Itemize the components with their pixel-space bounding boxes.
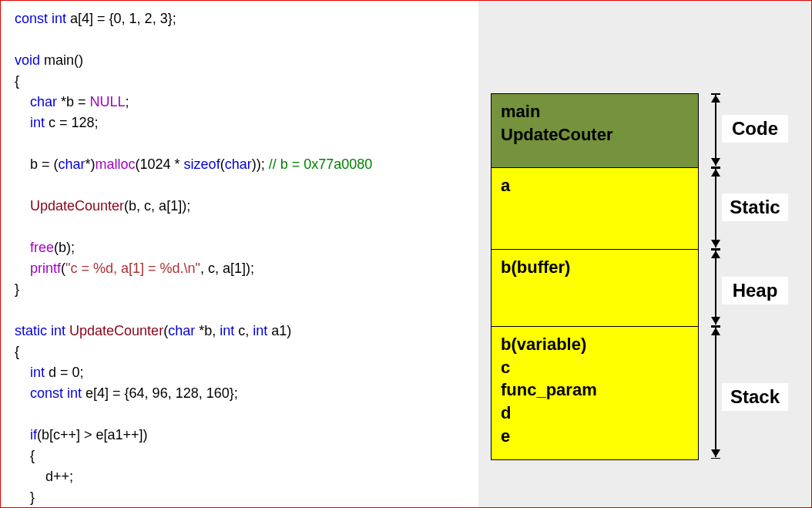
kw-int: int [15, 115, 45, 130]
kw-int: int [51, 323, 65, 338]
code-text: ; [126, 94, 129, 109]
code-text: { [15, 73, 19, 89]
code-listing: const int a[4] = {0, 1, 2, 3}; void main… [1, 1, 478, 507]
code-text: a1) [267, 323, 291, 338]
kw-int: int [15, 365, 45, 380]
kw-const: const [15, 385, 67, 401]
code-text: c = 128; [45, 115, 99, 130]
label-code: Code [722, 115, 788, 143]
kw-int: int [67, 385, 82, 401]
string-literal: "c = %d, a[1] = %d.\n" [65, 261, 200, 276]
mem-item: b(variable) [501, 333, 689, 356]
mem-item: a [501, 174, 689, 197]
mem-item: main [501, 100, 689, 123]
code-text: b = ( [15, 156, 59, 172]
mem-item: c [501, 356, 689, 379]
code-text: a[4] = {0, 1, 2, 3}; [66, 11, 176, 26]
memory-segment-stack: b(variable) c func_param d e [492, 327, 698, 459]
kw-char: char [168, 323, 195, 338]
label-static: Static [722, 193, 788, 221]
label-stack: Stack [722, 383, 788, 411]
bracket-static [711, 167, 720, 249]
kw-int: int [220, 323, 234, 338]
macro-null: NULL [90, 94, 126, 109]
fn-free: free [30, 240, 54, 255]
kw-int: int [52, 11, 66, 26]
memory-segment-code: main UpdateCouter [492, 94, 698, 168]
code-text: , c, a[1]); [200, 261, 254, 276]
bracket-code [711, 93, 720, 167]
kw-char: char [225, 156, 252, 172]
code-text: (1024 * [136, 156, 184, 172]
code-text: (b, c, a[1]); [124, 198, 190, 214]
code-text: d = 0; [45, 365, 84, 380]
code-text [15, 261, 30, 276]
kw-void: void [15, 52, 40, 68]
mem-item: e [501, 425, 689, 448]
fn-update-counter: UpdateCounter [69, 323, 163, 338]
fn-malloc: malloc [96, 156, 136, 172]
mem-item: b(buffer) [501, 256, 689, 279]
bracket-stack [711, 326, 720, 459]
code-text: *b = [57, 94, 90, 109]
memory-table: main UpdateCouter a b(buffer) b(variable… [491, 93, 699, 460]
code-text: e[4] = {64, 96, 128, 160}; [82, 385, 238, 401]
kw-sizeof: sizeof [184, 156, 220, 172]
kw-char: char [59, 156, 86, 172]
code-text [15, 198, 30, 214]
kw-if: if [15, 427, 37, 442]
code-text: { [15, 448, 35, 463]
code-text: c, [234, 323, 253, 338]
label-heap: Heap [722, 277, 788, 304]
code-text: d++; [15, 469, 73, 484]
memory-diagram: main UpdateCouter a b(buffer) b(variable… [478, 1, 811, 507]
fn-update-counter: UpdateCounter [30, 198, 124, 214]
code-text: *b, [195, 323, 220, 338]
mem-item: UpdateCouter [501, 123, 689, 146]
mem-item: d [501, 402, 689, 425]
code-text: (b[c++] > e[a1++]) [37, 427, 148, 442]
kw-static: static [15, 323, 51, 338]
code-text: } [15, 281, 19, 297]
kw-int: int [253, 323, 267, 338]
code-text: (b); [54, 240, 75, 255]
kw-const: const [15, 11, 52, 26]
code-text: { [15, 344, 19, 359]
kw-char: char [15, 94, 57, 109]
bracket-heap [711, 249, 720, 326]
comment: // b = 0x77a0080 [269, 156, 373, 172]
code-text: main() [40, 52, 83, 68]
code-text: } [15, 489, 35, 505]
code-text: *) [86, 156, 96, 172]
memory-segment-static: a [492, 168, 698, 250]
code-text [15, 240, 30, 255]
diagram-frame: const int a[4] = {0, 1, 2, 3}; void main… [0, 0, 812, 508]
code-text: )); [252, 156, 269, 172]
memory-segment-heap: b(buffer) [492, 250, 698, 327]
fn-printf: printf [30, 261, 61, 276]
mem-item: func_param [501, 378, 689, 402]
